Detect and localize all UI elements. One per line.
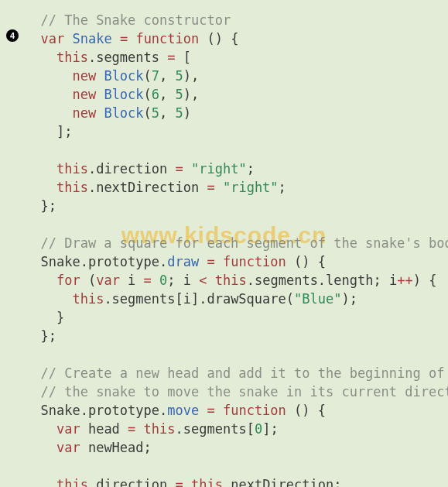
code-line [25,215,448,234]
token-ident [183,161,191,177]
token-kw: this [215,273,247,288]
token-ident [25,477,56,487]
token-ident [25,440,56,455]
token-ident: .segments[i].drawSquare( [104,291,294,307]
token-punct: ); [341,291,357,307]
token-ident [25,87,72,102]
token-kw: this [56,477,88,487]
code-line [25,141,448,159]
token-str: "right" [191,161,247,177]
code-block: // The Snake constructor var Snake = fun… [25,11,448,487]
token-punct: () { [286,254,326,269]
token-ident [64,31,72,46]
token-ident [199,254,207,269]
token-ident [96,105,104,121]
token-ident: newHead; [80,440,152,455]
token-num: 6 [152,87,159,102]
code-line: Snake.prototype.draw = function () { [25,252,448,271]
token-func: move [167,403,199,418]
token-comment: // The Snake constructor [40,12,231,28]
token-kw: this [56,180,88,195]
code-line: Snake.prototype.move = function () { [25,401,448,420]
token-punct: ) { [413,273,437,288]
token-punct: , [159,105,175,121]
token-op: = [144,273,152,288]
token-ident [215,180,223,195]
token-punct: () { [286,403,326,418]
token-ident: .segments.length; i [247,273,397,288]
token-kw: new [72,87,96,102]
code-line: }; [25,327,448,345]
token-kw: function [223,403,286,418]
token-ident [152,273,159,288]
token-punct: , [159,87,175,102]
token-kw: new [72,68,96,84]
token-kw: this [56,161,88,177]
code-line: var Snake = function () { [25,29,448,48]
token-op: = [207,403,214,418]
code-line: } [25,308,448,327]
token-num: 5 [152,105,159,121]
token-kw: this [144,421,176,437]
token-ident: .segments[ [176,421,255,437]
code-line [25,457,448,475]
token-kw: var [56,421,80,437]
token-op: < [199,273,207,288]
annotation-bullet-4: 4 [6,29,19,42]
token-punct: ]; [25,124,72,139]
code-line: var newHead; [25,438,448,457]
token-ident: .direction [88,161,176,177]
token-ident [25,50,56,65]
token-ident [25,273,56,288]
token-op: = [167,50,175,65]
code-line: // Draw a square for each segment of the… [25,234,448,252]
code-line: this.nextDirection = "right"; [25,178,448,197]
token-comment: // Create a new head and add it to the b… [40,365,444,381]
token-op: = [120,31,128,46]
token-punct: ) [183,105,191,121]
token-punct: ; [279,180,286,195]
token-punct: ( [144,87,152,102]
token-comment: // the snake to move the snake in its cu… [40,384,448,400]
token-ident [135,421,143,437]
token-punct: ( [144,68,152,84]
token-num: 0 [159,273,167,288]
token-ident [128,31,135,46]
token-ident: .segments [88,50,167,65]
token-punct: ), [183,68,199,84]
token-func: Block [104,68,143,84]
token-kw: function [135,31,199,46]
token-func: draw [167,254,199,269]
token-str: "Blue" [294,291,341,307]
token-type: Snake [72,31,111,46]
token-punct: ]; [262,421,278,437]
token-kw: this [56,50,88,65]
token-num: 5 [176,105,183,121]
code-line: }; [25,197,448,215]
token-ident [96,68,104,84]
token-kw: var [40,31,64,46]
code-line: ]; [25,122,448,141]
token-ident: ; i [167,273,199,288]
token-ident [199,403,207,418]
token-punct: } [25,310,64,325]
token-punct: ; [247,161,255,177]
token-punct: }; [25,198,56,214]
token-ident [215,254,223,269]
token-str: "right" [223,180,279,195]
token-num: 5 [176,68,183,84]
token-func: Block [104,87,143,102]
token-punct: , [159,68,175,84]
code-line: // The Snake constructor [25,11,448,29]
token-comment: // Draw a square for each segment of the… [40,235,448,251]
token-ident: Snake.prototype. [25,254,167,269]
code-line: for (var i = 0; i < this.segments.length… [25,271,448,290]
code-line: var head = this.segments[0]; [25,420,448,438]
token-ident [96,87,104,102]
token-op: = [207,254,214,269]
token-punct: ), [183,87,199,102]
code-line [25,345,448,364]
token-ident [183,477,191,487]
code-line: new Block(7, 5), [25,67,448,85]
token-ident [25,365,40,381]
